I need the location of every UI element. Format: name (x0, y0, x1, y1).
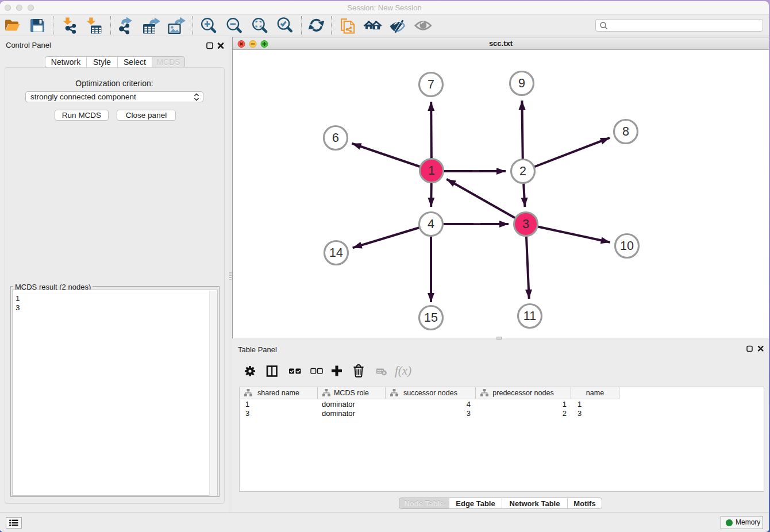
svg-text:7: 7 (428, 78, 434, 91)
svg-text:2: 2 (519, 164, 526, 178)
svg-text:f(x): f(x) (395, 364, 411, 377)
svg-text:11: 11 (523, 309, 536, 323)
svg-text:14: 14 (329, 246, 343, 260)
svg-text:4: 4 (428, 217, 434, 231)
svg-text:1: 1 (428, 164, 435, 178)
svg-text:15: 15 (424, 311, 438, 325)
svg-text:9: 9 (518, 76, 525, 90)
svg-text:3: 3 (522, 217, 529, 231)
svg-text:6: 6 (332, 131, 339, 145)
svg-text:10: 10 (620, 239, 634, 253)
svg-text:8: 8 (622, 125, 629, 138)
